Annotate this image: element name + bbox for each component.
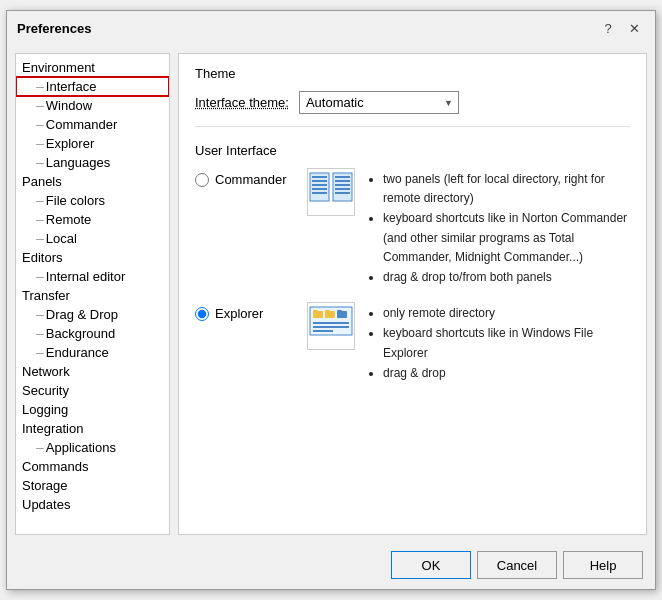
sidebar-label-remote: Remote: [46, 212, 92, 227]
svg-rect-2: [312, 180, 327, 182]
sidebar-label-explorer: Explorer: [46, 136, 94, 151]
tree-prefix: ─: [36, 442, 44, 454]
sidebar-item-local[interactable]: ─ Local: [16, 229, 169, 248]
sidebar-label-logging: Logging: [22, 402, 68, 417]
commander-bullet-2: keyboard shortcuts like in Norton Comman…: [383, 209, 630, 267]
tree-prefix: ─: [36, 347, 44, 359]
commander-bullets: two panels (left for local directory, ri…: [367, 170, 630, 288]
sidebar-label-security: Security: [22, 383, 69, 398]
sidebar-label-editors: Editors: [22, 250, 62, 265]
sidebar-item-environment[interactable]: Environment: [16, 58, 169, 77]
sidebar-label-interface: Interface: [46, 79, 97, 94]
sidebar-item-security[interactable]: Security: [16, 381, 169, 400]
sidebar-item-remote[interactable]: ─ Remote: [16, 210, 169, 229]
tree-prefix: ─: [36, 119, 44, 131]
svg-rect-7: [335, 176, 350, 178]
theme-row: Interface theme: Automatic Light Dark: [195, 91, 630, 127]
svg-rect-18: [337, 310, 342, 312]
commander-radio-col: Commander: [195, 170, 295, 187]
dialog-body: Environment ─ Interface ─ Window ─ Comma…: [7, 45, 655, 543]
svg-rect-5: [312, 192, 327, 194]
svg-rect-16: [325, 310, 330, 312]
sidebar-item-endurance[interactable]: ─ Endurance: [16, 343, 169, 362]
explorer-bullet-2: keyboard shortcuts like in Windows File …: [383, 324, 630, 362]
svg-rect-17: [337, 311, 347, 318]
ok-button[interactable]: OK: [391, 551, 471, 579]
tree-prefix: ─: [36, 138, 44, 150]
theme-select[interactable]: Automatic Light Dark: [299, 91, 459, 114]
sidebar-label-updates: Updates: [22, 497, 70, 512]
sidebar-item-network[interactable]: Network: [16, 362, 169, 381]
commander-radio[interactable]: [195, 173, 209, 187]
ui-options: Commander: [195, 170, 630, 384]
sidebar-label-endurance: Endurance: [46, 345, 109, 360]
tree-prefix: ─: [36, 328, 44, 340]
sidebar-item-languages[interactable]: ─ Languages: [16, 153, 169, 172]
sidebar-label-background: Background: [46, 326, 115, 341]
preferences-dialog: Preferences ? ✕ Environment ─ Interface …: [6, 10, 656, 590]
sidebar-label-languages: Languages: [46, 155, 110, 170]
svg-rect-10: [335, 188, 350, 190]
commander-icon: [307, 168, 355, 216]
sidebar-label-commands: Commands: [22, 459, 88, 474]
tree-prefix: ─: [36, 214, 44, 226]
sidebar-item-transfer[interactable]: Transfer: [16, 286, 169, 305]
sidebar-item-editors[interactable]: Editors: [16, 248, 169, 267]
sidebar-label-panels: Panels: [22, 174, 62, 189]
sidebar-item-window[interactable]: ─ Window: [16, 96, 169, 115]
sidebar-label-commander: Commander: [46, 117, 118, 132]
svg-rect-19: [313, 322, 349, 324]
sidebar-item-storage[interactable]: Storage: [16, 476, 169, 495]
help-button[interactable]: ?: [597, 17, 619, 39]
sidebar-item-applications[interactable]: ─ Applications: [16, 438, 169, 457]
commander-label[interactable]: Commander: [215, 172, 287, 187]
sidebar-label-integration: Integration: [22, 421, 83, 436]
cancel-button[interactable]: Cancel: [477, 551, 557, 579]
sidebar-item-dragdrop[interactable]: ─ Drag & Drop: [16, 305, 169, 324]
sidebar-item-internaleditor[interactable]: ─ Internal editor: [16, 267, 169, 286]
svg-rect-8: [335, 180, 350, 182]
explorer-icon: [307, 302, 355, 350]
commander-bullet-1: two panels (left for local directory, ri…: [383, 170, 630, 208]
svg-rect-13: [313, 311, 323, 318]
svg-rect-3: [312, 184, 327, 186]
sidebar-item-commander[interactable]: ─ Commander: [16, 115, 169, 134]
sidebar-label-transfer: Transfer: [22, 288, 70, 303]
sidebar-item-filecolors[interactable]: ─ File colors: [16, 191, 169, 210]
sidebar-item-interface[interactable]: ─ Interface: [16, 77, 169, 96]
tree-prefix: ─: [36, 309, 44, 321]
sidebar-label-environment: Environment: [22, 60, 95, 75]
explorer-label[interactable]: Explorer: [215, 306, 263, 321]
explorer-radio[interactable]: [195, 307, 209, 321]
sidebar-item-logging[interactable]: Logging: [16, 400, 169, 419]
sidebar-item-panels[interactable]: Panels: [16, 172, 169, 191]
dialog-title: Preferences: [17, 21, 91, 36]
help-footer-button[interactable]: Help: [563, 551, 643, 579]
sidebar-item-commands[interactable]: Commands: [16, 457, 169, 476]
sidebar-item-explorer[interactable]: ─ Explorer: [16, 134, 169, 153]
explorer-radio-col: Explorer: [195, 304, 295, 321]
commander-panel-svg: [309, 172, 353, 212]
tree-prefix: ─: [36, 195, 44, 207]
svg-rect-21: [313, 330, 333, 332]
theme-label: Interface theme:: [195, 95, 289, 110]
sidebar-label-local: Local: [46, 231, 77, 246]
explorer-bullets: only remote directory keyboard shortcuts…: [367, 304, 630, 384]
title-bar: Preferences ? ✕: [7, 11, 655, 45]
sidebar-label-window: Window: [46, 98, 92, 113]
sidebar-item-updates[interactable]: Updates: [16, 495, 169, 514]
explorer-panel-svg: [309, 306, 353, 346]
dialog-footer: OK Cancel Help: [7, 543, 655, 589]
tree-prefix: ─: [36, 271, 44, 283]
svg-rect-20: [313, 326, 349, 328]
content-area: Theme Interface theme: Automatic Light D…: [178, 53, 647, 535]
sidebar-item-background[interactable]: ─ Background: [16, 324, 169, 343]
svg-rect-1: [312, 176, 327, 178]
explorer-option: Explorer: [195, 304, 630, 384]
close-button[interactable]: ✕: [623, 17, 645, 39]
sidebar-label-dragdrop: Drag & Drop: [46, 307, 118, 322]
ui-section-title: User Interface: [195, 143, 630, 158]
sidebar-item-integration[interactable]: Integration: [16, 419, 169, 438]
svg-rect-14: [313, 310, 318, 312]
sidebar-label-storage: Storage: [22, 478, 68, 493]
